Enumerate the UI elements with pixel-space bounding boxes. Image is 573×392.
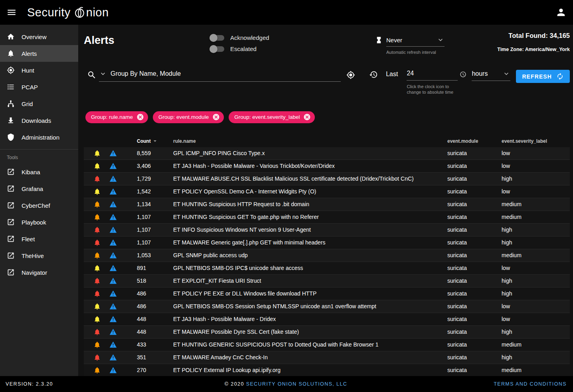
severity-bell-icon[interactable] — [93, 366, 101, 374]
sidebar-item-overview[interactable]: Overview — [0, 28, 78, 45]
severity-label-cell[interactable]: medium — [502, 252, 567, 258]
table-row[interactable]: 270 ET POLICY External IP Lookup api.ipi… — [84, 364, 570, 376]
warning-triangle-icon[interactable] — [109, 213, 117, 221]
count-cell[interactable]: 1,729 — [137, 175, 173, 182]
filter-chip-severity-label[interactable]: Group: event.severity_label — [229, 111, 315, 123]
column-header-rule-name[interactable]: rule.name — [173, 138, 447, 144]
duration-input[interactable]: 24 — [407, 70, 458, 81]
sidebar-item-thehive[interactable]: TheHive — [0, 247, 78, 264]
account-icon[interactable] — [555, 7, 567, 18]
sidebar-item-navigator[interactable]: Navigator — [0, 264, 78, 281]
table-row[interactable]: 1,134 ET HUNTING Suspicious HTTP Request… — [84, 198, 570, 211]
sidebar-item-playbook[interactable]: Playbook — [0, 214, 78, 230]
severity-label-cell[interactable]: high — [502, 239, 567, 246]
count-cell[interactable]: 1,134 — [137, 201, 173, 207]
severity-bell-icon[interactable] — [93, 162, 101, 170]
severity-label-cell[interactable]: medium — [502, 201, 567, 207]
rule-name-cell[interactable]: ET POLICY External IP Lookup api.ipify.o… — [173, 367, 447, 373]
severity-bell-icon[interactable] — [93, 252, 101, 259]
table-row[interactable]: 1,107 ET MALWARE Generic gate[.].php GET… — [84, 236, 570, 249]
refresh-interval-select[interactable]: Never — [386, 36, 445, 47]
search-input[interactable]: Group By Name, Module — [111, 70, 181, 77]
table-row[interactable]: 1,053 GPL SNMP public access udp suricat… — [84, 249, 570, 262]
warning-triangle-icon[interactable] — [109, 264, 117, 272]
severity-label-cell[interactable]: low — [502, 150, 567, 156]
search-field[interactable]: Group By Name, Module — [87, 70, 355, 82]
severity-bell-icon[interactable] — [93, 175, 101, 183]
menu-icon[interactable] — [6, 7, 17, 18]
event-module-cell[interactable]: suricata — [447, 150, 502, 156]
warning-triangle-icon[interactable] — [109, 150, 117, 157]
table-row[interactable]: 486 ET POLICY PE EXE or DLL Windows file… — [84, 288, 570, 300]
warning-triangle-icon[interactable] — [109, 277, 117, 285]
event-module-cell[interactable]: suricata — [447, 341, 502, 348]
sidebar-item-pcap[interactable]: PCAP — [0, 79, 78, 95]
rule-name-cell[interactable]: ET MALWARE Possible Dyre SSL Cert (fake … — [173, 329, 447, 335]
event-module-cell[interactable]: suricata — [447, 303, 502, 309]
event-module-cell[interactable]: suricata — [447, 175, 502, 182]
table-row[interactable]: 1,542 ET POLICY OpenSSL Demo CA - Intern… — [84, 185, 570, 198]
event-module-cell[interactable]: suricata — [447, 201, 502, 207]
warning-triangle-icon[interactable] — [109, 201, 117, 208]
severity-bell-icon[interactable] — [93, 239, 101, 246]
event-module-cell[interactable]: suricata — [447, 278, 502, 284]
table-row[interactable]: 3,406 ET JA3 Hash - Possible Malware - V… — [84, 160, 570, 173]
table-row[interactable]: 518 ET EXPLOIT_KIT Fiesta URI Struct sur… — [84, 275, 570, 288]
severity-bell-icon[interactable] — [93, 315, 101, 323]
duration-units-select[interactable]: hours — [472, 70, 510, 81]
warning-triangle-icon[interactable] — [109, 328, 117, 336]
rule-name-cell[interactable]: GPL SNMP public access udp — [173, 252, 447, 258]
count-cell[interactable]: 3,406 — [137, 163, 173, 169]
sidebar-item-administration[interactable]: Administration — [0, 129, 78, 146]
severity-bell-icon[interactable] — [93, 328, 101, 336]
rule-name-cell[interactable]: GPL NETBIOS SMB-DS Session Setup NTMLSSP… — [173, 303, 447, 309]
table-row[interactable]: 1,729 ET MALWARE ABUSE.CH SSL Blacklist … — [84, 173, 570, 185]
severity-label-cell[interactable]: high — [502, 175, 567, 182]
count-cell[interactable]: 518 — [137, 278, 173, 284]
warning-triangle-icon[interactable] — [109, 341, 117, 349]
count-cell[interactable]: 8,559 — [137, 150, 173, 156]
severity-bell-icon[interactable] — [93, 264, 101, 272]
warning-triangle-icon[interactable] — [109, 252, 117, 259]
rule-name-cell[interactable]: ET EXPLOIT_KIT Fiesta URI Struct — [173, 278, 447, 284]
count-cell[interactable]: 486 — [137, 303, 173, 309]
terms-link[interactable]: TERMS AND CONDITIONS — [494, 381, 567, 387]
count-cell[interactable]: 1,107 — [137, 214, 173, 220]
column-header-severity-label[interactable]: event.severity_label — [502, 138, 567, 144]
rule-name-cell[interactable]: ET MALWARE Generic gate[.].php GET with … — [173, 239, 447, 246]
warning-triangle-icon[interactable] — [109, 354, 117, 361]
clock-icon[interactable] — [460, 71, 466, 78]
event-module-cell[interactable]: suricata — [447, 227, 502, 233]
severity-label-cell[interactable]: high — [502, 227, 567, 233]
sidebar-item-kibana[interactable]: Kibana — [0, 163, 78, 180]
rule-name-cell[interactable]: ET MALWARE ABUSE.CH SSL Blacklist Malici… — [173, 175, 447, 182]
event-module-cell[interactable]: suricata — [447, 188, 502, 195]
count-cell[interactable]: 1,053 — [137, 252, 173, 258]
severity-bell-icon[interactable] — [93, 213, 101, 221]
count-cell[interactable]: 1,542 — [137, 188, 173, 195]
rule-name-cell[interactable]: GPL ICMP_INFO PING Cisco Type.x — [173, 150, 447, 156]
count-cell[interactable]: 486 — [137, 290, 173, 297]
chip-close-icon[interactable] — [136, 113, 144, 121]
count-cell[interactable]: 448 — [137, 316, 173, 322]
sidebar-item-hunt[interactable]: Hunt — [0, 62, 78, 79]
sidebar-item-fleet[interactable]: Fleet — [0, 230, 78, 247]
chip-close-icon[interactable] — [212, 113, 220, 121]
severity-label-cell[interactable]: low — [502, 303, 567, 309]
warning-triangle-icon[interactable] — [109, 162, 117, 170]
table-row[interactable]: 1,107 ET INFO Suspicious Windows NT vers… — [84, 224, 570, 236]
table-row[interactable]: 448 ET MALWARE Possible Dyre SSL Cert (f… — [84, 326, 570, 339]
event-module-cell[interactable]: suricata — [447, 239, 502, 246]
refresh-button[interactable]: REFRESH — [516, 70, 570, 83]
sidebar-item-alerts[interactable]: Alerts — [0, 45, 78, 62]
severity-label-cell[interactable]: low — [502, 316, 567, 322]
table-row[interactable]: 486 GPL NETBIOS SMB-DS Session Setup NTM… — [84, 300, 570, 313]
column-header-event-module[interactable]: event.module — [447, 138, 502, 144]
count-cell[interactable]: 270 — [137, 367, 173, 373]
rule-name-cell[interactable]: ET JA3 Hash - Possible Malware - Various… — [173, 163, 447, 169]
severity-bell-icon[interactable] — [93, 188, 101, 195]
rule-name-cell[interactable]: ET HUNTING Suspicious GET To gate.php wi… — [173, 214, 447, 220]
event-module-cell[interactable]: suricata — [447, 329, 502, 335]
filter-chip-rule-name[interactable]: Group: rule.name — [85, 111, 148, 123]
table-row[interactable]: 351 ET MALWARE Amadey CnC Check-In suric… — [84, 351, 570, 364]
